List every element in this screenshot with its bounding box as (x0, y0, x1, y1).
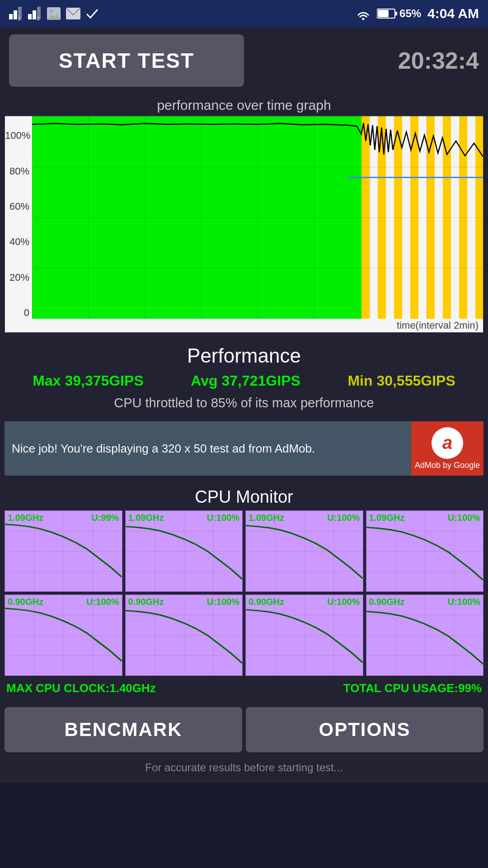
perf-throttle: CPU throttled to 85% of its max performa… (9, 396, 479, 410)
ad-text: Nice job! You're displaying a 320 x 50 t… (5, 421, 411, 476)
graph-title: performance over time graph (5, 94, 483, 116)
svg-point-9 (49, 9, 53, 13)
ad-message: Nice job! You're displaying a 320 x 50 t… (12, 442, 315, 456)
benchmark-button[interactable]: BENCMARK (5, 707, 242, 752)
footer-text: For accurate results before starting tes… (0, 757, 488, 783)
perf-avg: Avg 37,721GIPS (191, 373, 300, 389)
gallery-icon (47, 7, 61, 20)
options-button[interactable]: OPTIONS (246, 707, 483, 752)
cpu-cell-label-5: 0.90GHzU:100% (126, 596, 243, 608)
clock: 4:04 AM (427, 6, 479, 21)
perf-max: Max 39,375GIPS (33, 373, 143, 389)
cpu-cell-label-4: 0.90GHzU:100% (5, 596, 122, 608)
svg-rect-14 (395, 12, 397, 15)
graph-plot (32, 116, 483, 319)
cpu-usage-2: U:100% (327, 513, 360, 523)
bottom-buttons: BENCMARK OPTIONS (0, 703, 488, 757)
cpu-cell-label-3: 1.09GHzU:100% (366, 512, 483, 524)
top-bar: START TEST 20:32:4 (0, 27, 488, 94)
check-icon (86, 8, 99, 19)
cpu-freq-1: 1.09GHz (128, 513, 164, 523)
y-label-80: 80% (5, 165, 32, 177)
admob-logo-text: AdMob by Google (415, 461, 480, 470)
admob-logo-circle: a (432, 427, 463, 459)
graph-container: 0 20% 40% 60% 80% 100% time(inte (5, 116, 483, 333)
cpu-usage-0: U:99% (91, 513, 119, 523)
cpu-top-row: 1.09GHzU:99%1.09GHzU:100%1.09GHzU:100%1.… (5, 510, 483, 592)
cpu-cell-4: 0.90GHzU:100% (5, 594, 122, 676)
cpu-bottom-row: 0.90GHzU:100%0.90GHzU:100%0.90GHzU:100%0… (5, 594, 483, 676)
performance-stats: Max 39,375GIPS Avg 37,721GIPS Min 30,555… (9, 373, 479, 389)
graph-y-labels: 0 20% 40% 60% 80% 100% (5, 116, 32, 332)
y-label-0: 0 (5, 307, 32, 319)
cpu-monitor-section: CPU Monitor 1.09GHzU:99%1.09GHzU:100%1.0… (0, 483, 488, 703)
performance-title: Performance (9, 344, 479, 367)
cpu-monitor-title: CPU Monitor (5, 483, 483, 510)
cpu-usage-4: U:100% (86, 597, 119, 607)
svg-rect-15 (378, 10, 389, 17)
cpu-freq-3: 1.09GHz (369, 513, 405, 523)
cpu-cell-label-0: 1.09GHzU:99% (5, 512, 122, 524)
cpu-freq-2: 1.09GHz (249, 513, 284, 523)
cpu-freq-4: 0.90GHz (8, 597, 43, 607)
status-right: 65% 4:04 AM (356, 6, 479, 21)
cpu-cell-1: 1.09GHzU:100% (125, 510, 243, 592)
status-left: 1 2 (9, 7, 99, 20)
cpu-cell-7: 0.90GHzU:100% (366, 594, 484, 676)
cpu-freq-6: 0.90GHz (249, 597, 284, 607)
cpu-usage-5: U:100% (207, 597, 239, 607)
signal1-icon: 1 (9, 7, 23, 20)
cpu-usage-7: U:100% (448, 597, 480, 607)
battery-icon: 65% (377, 7, 421, 20)
cpu-cell-3: 1.09GHzU:100% (366, 510, 484, 592)
y-label-100: 100% (5, 130, 32, 142)
svg-point-12 (362, 18, 365, 20)
cpu-cell-0: 1.09GHzU:99% (5, 510, 122, 592)
cpu-freq-5: 0.90GHz (128, 597, 164, 607)
wifi-icon (356, 7, 371, 20)
cpu-cell-2: 1.09GHzU:100% (245, 510, 363, 592)
svg-text:2: 2 (37, 16, 40, 20)
ad-banner[interactable]: Nice job! You're displaying a 320 x 50 t… (5, 421, 483, 476)
cpu-cell-5: 0.90GHzU:100% (125, 594, 243, 676)
y-label-20: 20% (5, 272, 32, 283)
svg-marker-0 (9, 14, 13, 19)
timer-display: 20:32:4 (253, 47, 479, 74)
signal2-icon: 2 (28, 7, 42, 20)
battery-percent: 65% (399, 7, 421, 20)
cpu-freq-0: 1.09GHz (8, 513, 43, 523)
svg-text:1: 1 (18, 16, 21, 20)
cpu-footer: MAX CPU CLOCK:1.40GHz TOTAL CPU USAGE:99… (5, 679, 483, 698)
cpu-cell-label-2: 1.09GHzU:100% (246, 512, 363, 524)
graph-section: performance over time graph 0 20% 40% 60… (0, 94, 488, 337)
cpu-usage-3: U:100% (448, 513, 480, 523)
cpu-max-clock: MAX CPU CLOCK:1.40GHz (6, 681, 156, 695)
svg-marker-5 (33, 10, 36, 19)
cpu-usage-1: U:100% (207, 513, 239, 523)
graph-blue-line (348, 177, 483, 178)
ad-logo: a AdMob by Google (411, 421, 483, 476)
graph-performance-line (32, 116, 483, 319)
graph-x-label: time(interval 2min) (397, 320, 479, 331)
email-icon (66, 8, 80, 19)
main-content: START TEST 20:32:4 performance over time… (0, 27, 488, 783)
start-test-button[interactable]: START TEST (9, 34, 244, 87)
y-label-60: 60% (5, 201, 32, 212)
svg-marker-4 (28, 14, 32, 19)
cpu-usage-6: U:100% (327, 597, 360, 607)
cpu-cell-label-7: 0.90GHzU:100% (366, 596, 483, 608)
status-bar: 1 2 (0, 0, 488, 27)
perf-min: Min 30,555GIPS (347, 373, 455, 389)
svg-marker-1 (14, 10, 17, 19)
cpu-cell-label-6: 0.90GHzU:100% (246, 596, 363, 608)
cpu-cell-label-1: 1.09GHzU:100% (126, 512, 243, 524)
cpu-cell-6: 0.90GHzU:100% (245, 594, 363, 676)
footer-message: For accurate results before starting tes… (145, 761, 343, 774)
y-label-40: 40% (5, 236, 32, 248)
admob-logo-initial: a (442, 433, 452, 453)
cpu-total-usage: TOTAL CPU USAGE:99% (343, 681, 482, 695)
performance-section: Performance Max 39,375GIPS Avg 37,721GIP… (0, 337, 488, 421)
cpu-freq-7: 0.90GHz (369, 597, 405, 607)
